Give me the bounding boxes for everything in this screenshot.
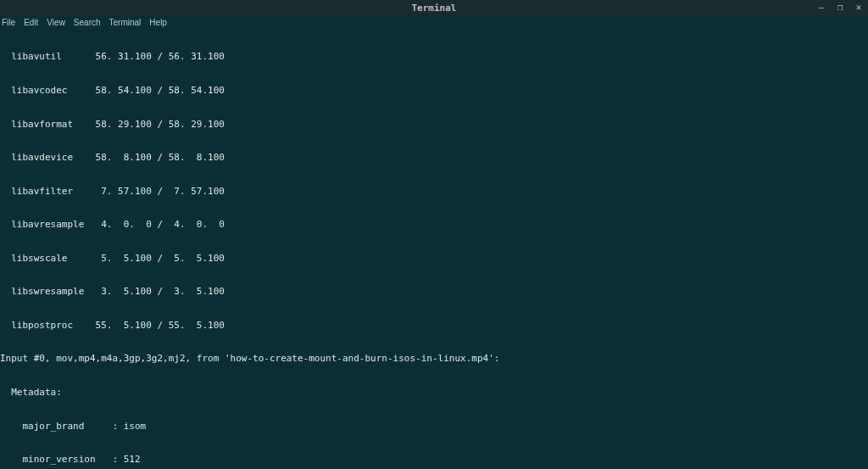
menu-file[interactable]: File bbox=[2, 18, 15, 27]
output-line: libavfilter 7. 57.100 / 7. 57.100 bbox=[0, 186, 868, 197]
close-button[interactable]: ✕ bbox=[853, 2, 865, 14]
menu-view[interactable]: View bbox=[47, 18, 65, 27]
minimize-button[interactable]: — bbox=[815, 2, 827, 14]
maximize-button[interactable]: ❐ bbox=[834, 2, 846, 14]
output-line: minor_version : 512 bbox=[0, 454, 868, 465]
output-line: libavcodec 58. 54.100 / 58. 54.100 bbox=[0, 85, 868, 96]
window-title: Terminal bbox=[412, 3, 457, 14]
output-line: Input #0, mov,mp4,m4a,3gp,3g2,mj2, from … bbox=[0, 353, 868, 364]
menubar: File Edit View Search Terminal Help bbox=[0, 15, 868, 29]
menu-search[interactable]: Search bbox=[74, 18, 101, 27]
output-line: libavdevice 58. 8.100 / 58. 8.100 bbox=[0, 152, 868, 163]
output-line: libavresample 4. 0. 0 / 4. 0. 0 bbox=[0, 219, 868, 230]
menu-edit[interactable]: Edit bbox=[24, 18, 38, 27]
terminal-output[interactable]: libavutil 56. 31.100 / 56. 31.100 libavc… bbox=[0, 29, 868, 469]
menu-help[interactable]: Help bbox=[149, 18, 167, 27]
window-titlebar: Terminal — ❐ ✕ bbox=[0, 0, 868, 15]
menu-terminal[interactable]: Terminal bbox=[109, 18, 142, 27]
window-controls: — ❐ ✕ bbox=[815, 2, 865, 14]
output-line: Metadata: bbox=[0, 387, 868, 398]
output-line: libpostproc 55. 5.100 / 55. 5.100 bbox=[0, 320, 868, 331]
output-line: libswscale 5. 5.100 / 5. 5.100 bbox=[0, 253, 868, 264]
output-line: major_brand : isom bbox=[0, 421, 868, 432]
output-line: libavformat 58. 29.100 / 58. 29.100 bbox=[0, 119, 868, 130]
output-line: libswresample 3. 5.100 / 3. 5.100 bbox=[0, 286, 868, 297]
output-line: libavutil 56. 31.100 / 56. 31.100 bbox=[0, 51, 868, 62]
